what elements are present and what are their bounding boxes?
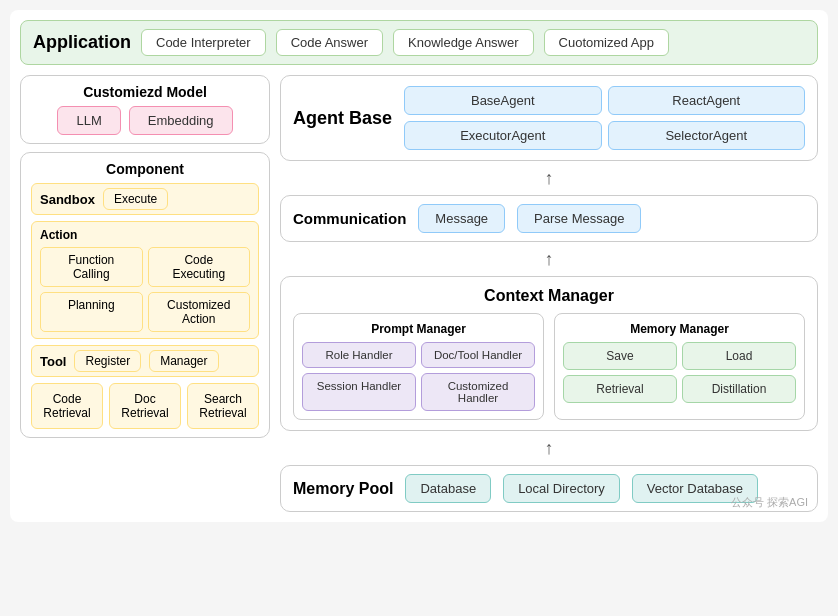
main-content: Customiezd Model LLM Embedding Component… xyxy=(20,75,818,512)
component-title: Component xyxy=(31,161,259,177)
sandbox-label: Sandbox xyxy=(40,192,95,207)
memory-manager: Memory Manager Save Load Retrieval Disti… xyxy=(554,313,805,420)
retrieval-search: Search Retrieval xyxy=(187,383,259,429)
memory-retrieval: Retrieval xyxy=(563,375,677,403)
pool-local: Local Directory xyxy=(503,474,620,503)
model-llm: LLM xyxy=(57,106,120,135)
action-section: Action Function Calling Code Executing P… xyxy=(31,221,259,339)
context-inner: Prompt Manager Role Handler Doc/Tool Han… xyxy=(293,313,805,420)
comm-parse: Parse Message xyxy=(517,204,641,233)
action-item-3: Customized Action xyxy=(148,292,251,332)
prompt-manager-title: Prompt Manager xyxy=(302,322,535,336)
customized-model-box: Customiezd Model LLM Embedding xyxy=(20,75,270,144)
model-items: LLM Embedding xyxy=(31,106,259,135)
execute-badge: Execute xyxy=(103,188,168,210)
app-badge-3: Cuotomized App xyxy=(544,29,669,56)
tool-row: Tool Register Manager xyxy=(31,345,259,377)
comm-message: Message xyxy=(418,204,505,233)
memory-load: Load xyxy=(682,342,796,370)
memory-distillation: Distillation xyxy=(682,375,796,403)
action-title: Action xyxy=(40,228,250,242)
arrow-comm-to-context: ↑ xyxy=(280,250,818,268)
prompt-doc: Doc/Tool Handler xyxy=(421,342,535,368)
context-manager-box: Context Manager Prompt Manager Role Hand… xyxy=(280,276,818,431)
agent-base: BaseAgent xyxy=(404,86,601,115)
arrow-agent-to-comm: ↑ xyxy=(280,169,818,187)
retrieval-row: Code Retrieval Doc Retrieval Search Retr… xyxy=(31,383,259,429)
action-item-2: Planning xyxy=(40,292,143,332)
memory-pool-title: Memory Pool xyxy=(293,480,393,498)
communication-title: Communication xyxy=(293,210,406,227)
memory-manager-grid: Save Load Retrieval Distillation xyxy=(563,342,796,403)
tool-label: Tool xyxy=(40,354,66,369)
retrieval-doc: Doc Retrieval xyxy=(109,383,181,429)
action-item-0: Function Calling xyxy=(40,247,143,287)
application-row: Application Code Interpreter Code Answer… xyxy=(20,20,818,65)
prompt-manager-grid: Role Handler Doc/Tool Handler Session Ha… xyxy=(302,342,535,411)
app-badge-2: Knowledge Answer xyxy=(393,29,534,56)
right-column: Agent Base BaseAgent ReactAgent Executor… xyxy=(280,75,818,512)
agent-grid: BaseAgent ReactAgent ExecutorAgent Selec… xyxy=(404,86,805,150)
agent-executor: ExecutorAgent xyxy=(404,121,601,150)
customized-model-title: Customiezd Model xyxy=(31,84,259,100)
agent-react: ReactAgent xyxy=(608,86,805,115)
model-embedding: Embedding xyxy=(129,106,233,135)
agent-base-title: Agent Base xyxy=(293,108,392,129)
tool-register: Register xyxy=(74,350,141,372)
component-box: Component Sandbox Execute Action Functio… xyxy=(20,152,270,438)
sandbox-row: Sandbox Execute xyxy=(31,183,259,215)
arrow-context-to-pool: ↑ xyxy=(280,439,818,457)
pool-database: Database xyxy=(405,474,491,503)
tool-manager: Manager xyxy=(149,350,218,372)
prompt-session: Session Handler xyxy=(302,373,416,411)
memory-manager-title: Memory Manager xyxy=(563,322,796,336)
retrieval-code: Code Retrieval xyxy=(31,383,103,429)
app-badge-1: Code Answer xyxy=(276,29,383,56)
context-manager-title: Context Manager xyxy=(293,287,805,305)
app-title: Application xyxy=(33,32,131,53)
app-badge-0: Code Interpreter xyxy=(141,29,266,56)
communication-box: Communication Message Parse Message xyxy=(280,195,818,242)
main-diagram: Application Code Interpreter Code Answer… xyxy=(10,10,828,522)
memory-save: Save xyxy=(563,342,677,370)
agent-base-box: Agent Base BaseAgent ReactAgent Executor… xyxy=(280,75,818,161)
prompt-customized: Customized Handler xyxy=(421,373,535,411)
action-grid: Function Calling Code Executing Planning… xyxy=(40,247,250,332)
prompt-role: Role Handler xyxy=(302,342,416,368)
agent-selector: SelectorAgent xyxy=(608,121,805,150)
left-column: Customiezd Model LLM Embedding Component… xyxy=(20,75,270,438)
action-item-1: Code Executing xyxy=(148,247,251,287)
prompt-manager: Prompt Manager Role Handler Doc/Tool Han… xyxy=(293,313,544,420)
watermark: 公众号 探索AGI xyxy=(731,495,808,510)
